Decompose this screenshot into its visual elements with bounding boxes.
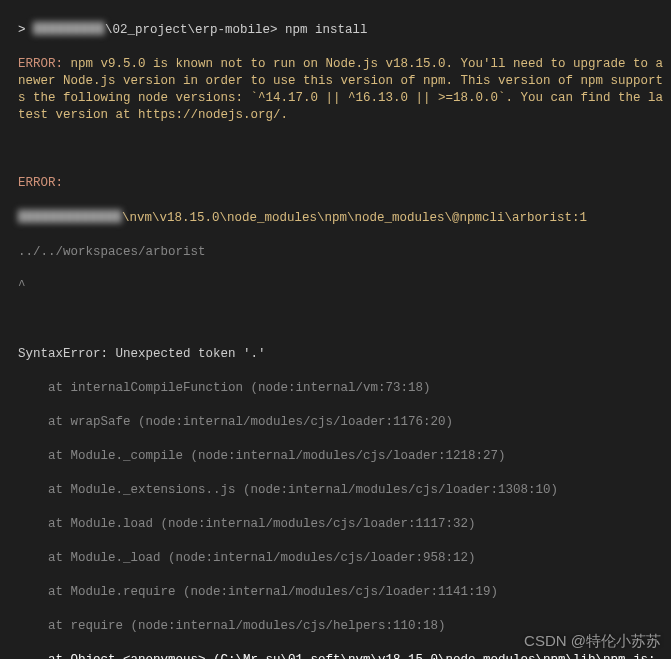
stack-frame: at Module.load (node:internal/modules/cj… xyxy=(18,516,669,533)
prompt-symbol: > xyxy=(18,23,33,37)
stack-frame: at wrapSafe (node:internal/modules/cjs/l… xyxy=(18,414,669,431)
error-msg-1: ERROR: npm v9.5.0 is known not to run on… xyxy=(18,56,669,124)
stack-frame: at Module._compile (node:internal/module… xyxy=(18,448,669,465)
error-path-rest: \nvm\v18.15.0\node_modules\npm\node_modu… xyxy=(122,211,587,225)
caret-mark: ^ xyxy=(18,278,669,295)
stack-frame: at Module.require (node:internal/modules… xyxy=(18,584,669,601)
prompt-path: \02_project\erp-mobile> xyxy=(105,23,285,37)
blank xyxy=(18,312,669,329)
blank xyxy=(18,141,669,158)
stack-frame: at Module._load (node:internal/modules/c… xyxy=(18,550,669,567)
syntax-error: SyntaxError: Unexpected token '.' xyxy=(18,346,669,363)
error-prefix: ERROR: xyxy=(18,57,63,71)
error-body: npm v9.5.0 is known not to run on Node.j… xyxy=(18,57,671,122)
error-header: ERROR: xyxy=(18,175,669,192)
terminal-output[interactable]: > █████████\02_project\erp-mobile> npm i… xyxy=(0,0,671,659)
obscured-path: █████████ xyxy=(33,21,105,38)
command: npm install xyxy=(285,23,368,37)
stack-frame-highlight: at Object.<anonymous> (C:\Mr_su\01_soft\… xyxy=(18,652,669,659)
watermark: CSDN @特伦小苏苏 xyxy=(524,632,661,649)
error-path-line: █████████████\nvm\v18.15.0\node_modules\… xyxy=(18,209,669,227)
stack-frame: at internalCompileFunction (node:interna… xyxy=(18,380,669,397)
workspaces-line: ../../workspaces/arborist xyxy=(18,244,669,261)
obscured-path-2: █████████████ xyxy=(18,209,122,226)
prompt-line: > █████████\02_project\erp-mobile> npm i… xyxy=(18,21,669,39)
stack-frame: at Module._extensions..js (node:internal… xyxy=(18,482,669,499)
